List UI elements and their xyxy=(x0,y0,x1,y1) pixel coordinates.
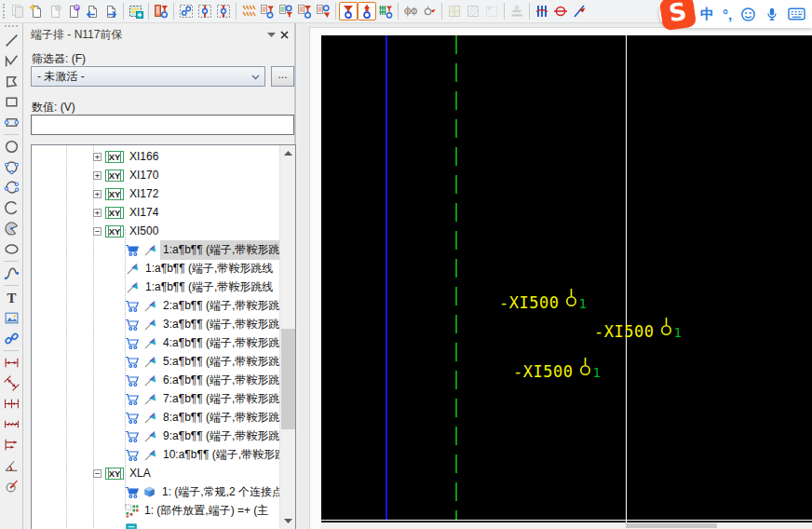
new-page-icon[interactable] xyxy=(27,2,46,20)
tree-item[interactable]: 1: (部件放置,端子) =+ (主 xyxy=(32,501,279,520)
keyboard-icon[interactable] xyxy=(788,7,805,20)
green-grid-funnel-icon[interactable] xyxy=(376,2,395,20)
dim-baseline-icon[interactable] xyxy=(2,435,21,454)
terminal-funnel-icon[interactable] xyxy=(339,2,358,20)
terminal-designation[interactable]: -XI5001 xyxy=(513,357,601,381)
schematic-canvas[interactable]: -XI5001-XI5001-XI5001 xyxy=(321,35,812,522)
tree-item[interactable]: +XYXI174 xyxy=(32,203,279,222)
grid-funnel-circle-icon[interactable] xyxy=(295,2,314,20)
value-input[interactable] xyxy=(31,115,294,135)
insert-window-icon[interactable] xyxy=(127,2,145,20)
text-icon[interactable]: T xyxy=(2,288,21,307)
scrollbar-thumb[interactable] xyxy=(281,329,295,429)
hidden-line-icon[interactable] xyxy=(570,2,589,20)
tree-item[interactable]: 5:a¶b¶¶ (端子,带鞍形跳线 xyxy=(32,352,279,371)
image-icon[interactable] xyxy=(2,308,21,328)
terminal-symbol-icon[interactable] xyxy=(579,357,591,381)
dim-linear-icon[interactable] xyxy=(2,353,21,373)
tree-item[interactable]: 1:a¶b¶¶ (端子,带鞍形跳线 xyxy=(32,240,279,259)
panel-menu-icon[interactable] xyxy=(264,28,277,41)
symbol-insert-vertical-icon[interactable] xyxy=(196,2,214,20)
dim-aligned-icon[interactable] xyxy=(2,373,21,393)
terminal-designation[interactable]: -XI5001 xyxy=(594,317,682,341)
copy-page-icon xyxy=(8,2,27,20)
tree-item[interactable]: +XYXI170 xyxy=(32,166,279,184)
filter-combobox[interactable]: - 未激活 - xyxy=(31,66,265,87)
tree-item[interactable]: −XYXI500 xyxy=(32,222,279,240)
sector-icon[interactable] xyxy=(2,219,21,238)
ellipse-icon[interactable] xyxy=(2,239,21,259)
page-macro-icon[interactable]: P xyxy=(64,2,83,20)
tree-item[interactable] xyxy=(32,520,279,529)
dim-angle-icon[interactable] xyxy=(2,455,21,475)
collapse-icon[interactable]: − xyxy=(93,469,102,478)
spline-icon[interactable] xyxy=(2,264,21,283)
connection-red-icon[interactable] xyxy=(551,2,570,20)
tree-item[interactable]: 1: (端子,常规,2 个连接点 xyxy=(32,482,279,501)
dim-continued-icon[interactable] xyxy=(2,394,21,414)
emoji-icon[interactable] xyxy=(740,7,756,22)
device-navigator-icon[interactable] xyxy=(152,2,170,20)
tree-vertical-scrollbar[interactable] xyxy=(279,145,295,529)
circle-3point-icon[interactable] xyxy=(2,157,21,177)
rectangle-icon[interactable] xyxy=(2,92,21,112)
circle-icon[interactable] xyxy=(2,137,21,156)
tree-item[interactable]: 2:a¶b¶¶ (端子,带鞍形跳线 xyxy=(32,296,279,315)
expand-icon[interactable]: + xyxy=(93,171,102,180)
expand-icon[interactable]: + xyxy=(93,209,102,217)
dim-radius-icon[interactable] xyxy=(2,476,21,495)
grid-circle-icon[interactable] xyxy=(277,2,295,20)
scroll-down-icon[interactable] xyxy=(280,513,296,529)
tree-item[interactable]: 8:a¶b¶¶ (端子,带鞍形跳线 xyxy=(32,408,279,427)
filter-browse-button[interactable]: ... xyxy=(271,66,294,87)
terminal-symbol-icon[interactable] xyxy=(660,317,672,341)
cart-filled-icon xyxy=(125,485,140,499)
terminal-designation[interactable]: -XI5001 xyxy=(499,288,587,312)
triple-bars-icon[interactable] xyxy=(533,2,551,20)
tree-item[interactable]: 1:a¶b¶¶ (端子,带鞍形跳线 xyxy=(32,278,279,296)
symbol-select-icon[interactable] xyxy=(177,2,196,20)
polyline-icon[interactable] xyxy=(2,51,21,71)
toolbar-drag-handle[interactable] xyxy=(3,4,7,19)
line-icon[interactable] xyxy=(2,31,21,50)
chevron-down-icon[interactable] xyxy=(250,71,261,86)
dim-chain-icon[interactable] xyxy=(2,414,21,434)
tree-item[interactable]: 10:a¶b¶¶ (端子,带鞍形跳 xyxy=(32,445,279,464)
panel-close-icon[interactable] xyxy=(277,28,291,41)
tree-item[interactable]: 6:a¶b¶¶ (端子,带鞍形跳线 xyxy=(32,371,279,389)
arc-3point-icon[interactable] xyxy=(2,178,21,197)
tree-item[interactable]: 3:a¶b¶¶ (端子,带鞍形跳线 xyxy=(32,315,279,333)
tree-item[interactable]: +XYXI166 xyxy=(32,147,279,166)
scroll-up-icon[interactable] xyxy=(280,145,296,161)
tree-item[interactable]: 9:a¶b¶¶ (端子,带鞍形跳线 xyxy=(32,427,279,445)
hatch-columns-icon[interactable] xyxy=(239,2,258,20)
tree-item[interactable]: −XYXLA xyxy=(32,464,279,482)
ime-punctuation-toggle[interactable]: °, xyxy=(723,7,732,22)
scrollbar-thumb[interactable] xyxy=(626,523,717,528)
connection-pair-icon[interactable] xyxy=(401,2,420,20)
hyperlink-icon[interactable] xyxy=(2,329,21,348)
page-export-icon[interactable] xyxy=(102,2,120,20)
connection-point-icon[interactable] xyxy=(420,2,439,20)
microphone-icon[interactable] xyxy=(765,7,779,22)
terminal-symbol-icon[interactable] xyxy=(565,288,577,312)
collapse-icon[interactable]: − xyxy=(93,227,102,236)
polygon-icon[interactable] xyxy=(2,72,21,91)
expand-icon[interactable]: + xyxy=(93,153,102,161)
canvas-horizontal-scrollbar[interactable] xyxy=(321,522,812,529)
symbol-insert-updown-icon[interactable] xyxy=(214,2,233,20)
tree-item[interactable]: +XYXI172 xyxy=(32,184,279,203)
sogou-logo-icon[interactable]: S xyxy=(659,0,697,31)
expand-icon[interactable]: + xyxy=(93,190,102,198)
rectangle-2point-icon[interactable] xyxy=(2,113,21,132)
page-import-icon[interactable] xyxy=(83,2,102,20)
tree-item[interactable]: 1:a¶b¶¶ (端子,带鞍形跳线 xyxy=(32,259,279,278)
ime-language-toggle[interactable]: 中 xyxy=(700,6,714,23)
tree-item[interactable]: 4:a¶b¶¶ (端子,带鞍形跳线 xyxy=(32,333,279,352)
toolbar-drag-handle[interactable] xyxy=(5,25,18,29)
terminal-arrow-icon[interactable] xyxy=(358,2,376,20)
tree-item[interactable]: 7:a¶b¶¶ (端子,带鞍形跳线 xyxy=(32,389,279,408)
grid-funnel-icon[interactable] xyxy=(258,2,277,20)
arc-icon[interactable] xyxy=(2,198,21,218)
grid-circle-funnel-icon[interactable] xyxy=(314,2,332,20)
